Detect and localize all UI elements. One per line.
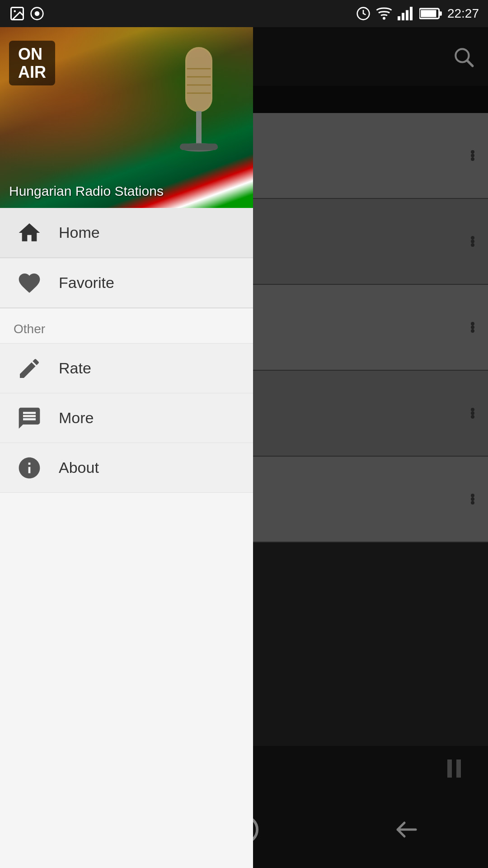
svg-point-5 bbox=[383, 17, 385, 20]
drawer-menu-item-more[interactable]: More bbox=[0, 393, 253, 443]
favorite-label: Favorite bbox=[59, 274, 114, 292]
rate-label: Rate bbox=[59, 359, 91, 377]
drawer-overlay[interactable] bbox=[253, 27, 488, 868]
section-header-other-text: Other bbox=[14, 322, 45, 336]
more-icon bbox=[14, 402, 45, 434]
svg-point-3 bbox=[35, 11, 40, 16]
signal-icon bbox=[398, 6, 414, 21]
status-bar-left bbox=[9, 5, 44, 22]
svg-rect-9 bbox=[410, 7, 413, 20]
on-air-badge: ON AIR bbox=[9, 41, 55, 85]
svg-rect-23 bbox=[180, 144, 218, 150]
svg-rect-8 bbox=[406, 10, 408, 21]
rate-icon bbox=[14, 353, 45, 384]
drawer-menu-item-rate[interactable]: Rate bbox=[0, 344, 253, 393]
drawer-menu-item-about[interactable]: About bbox=[0, 443, 253, 493]
app-container: ns ADIO STATIONS bbox=[0, 27, 488, 868]
home-label: Home bbox=[59, 224, 100, 241]
drawer-menu-item-home[interactable]: Home bbox=[0, 208, 253, 258]
status-bar-right: 22:27 bbox=[356, 6, 479, 21]
drawer: ON AIR Hungarian Radio Stations bbox=[0, 27, 253, 868]
about-icon bbox=[14, 452, 45, 484]
svg-rect-21 bbox=[196, 111, 202, 144]
svg-rect-6 bbox=[398, 16, 400, 20]
more-label: More bbox=[59, 409, 94, 427]
wifi-icon bbox=[376, 7, 392, 20]
image-icon bbox=[9, 5, 25, 22]
svg-rect-7 bbox=[402, 13, 404, 21]
svg-rect-16 bbox=[187, 49, 211, 111]
status-time: 22:27 bbox=[447, 6, 479, 21]
drawer-header: ON AIR Hungarian Radio Stations bbox=[0, 27, 253, 208]
battery-icon bbox=[419, 7, 442, 20]
home-icon bbox=[14, 217, 45, 249]
about-label: About bbox=[59, 459, 99, 476]
on-air-text-line1: ON bbox=[18, 45, 46, 63]
circle-icon bbox=[30, 6, 44, 21]
svg-rect-12 bbox=[439, 11, 442, 15]
on-air-text-line2: AIR bbox=[18, 63, 46, 81]
clock-icon bbox=[356, 6, 371, 21]
drawer-menu-item-favorite[interactable]: Favorite bbox=[0, 258, 253, 308]
svg-rect-11 bbox=[421, 10, 436, 17]
microphone-icon bbox=[154, 36, 244, 199]
status-bar: 22:27 bbox=[0, 0, 488, 27]
drawer-menu: Home Favorite Other bbox=[0, 208, 253, 868]
svg-point-1 bbox=[14, 10, 16, 13]
favorite-icon bbox=[14, 267, 45, 299]
section-header-other: Other bbox=[0, 308, 253, 344]
drawer-header-title: Hungarian Radio Stations bbox=[9, 184, 164, 199]
